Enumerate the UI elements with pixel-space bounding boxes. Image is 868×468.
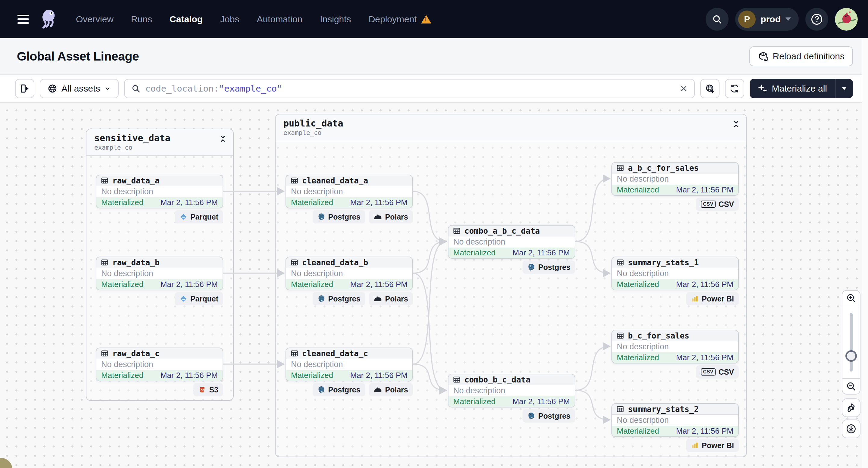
postgres-icon — [527, 263, 535, 271]
asset-node-b_c_for_sales[interactable]: b_c_for_sales No description Materialize… — [611, 330, 739, 364]
zoom-out-icon[interactable] — [842, 378, 860, 394]
kind-badge-power-bi[interactable]: Power BI — [686, 439, 739, 452]
kind-badges-a_b_c_for_sales: CSVCSV — [611, 197, 739, 211]
edge-cleaned_data_b-to-combo_b_c_data — [413, 273, 446, 390]
asset-description: No description — [612, 341, 738, 352]
asset-node-combo_a_b_c_data[interactable]: combo_a_b_c_data No description Material… — [448, 225, 575, 259]
asset-node-summary_stats_2[interactable]: summary_stats_2 No description Materiali… — [611, 403, 739, 437]
refresh-icon[interactable] — [725, 79, 744, 98]
asset-name: raw_data_a — [112, 176, 160, 185]
kind-badge-postgres[interactable]: Postgres — [313, 383, 365, 396]
kind-badge-parquet[interactable]: Parquet — [175, 292, 223, 305]
nav-item-automation[interactable]: Automation — [257, 14, 302, 24]
zoom-in-icon[interactable] — [842, 291, 860, 306]
dagster-logo[interactable] — [40, 7, 60, 31]
kind-badge-polars[interactable]: Polars — [369, 292, 413, 305]
kind-badge-csv[interactable]: CSVCSV — [696, 365, 739, 379]
nav-item-insights[interactable]: Insights — [320, 14, 351, 24]
deployment-switcher[interactable]: P prod — [735, 8, 799, 31]
kind-label: Parquet — [190, 294, 218, 303]
search-query-value: "example_co" — [219, 84, 282, 94]
table-icon — [290, 177, 299, 185]
table-icon — [616, 258, 624, 267]
kind-badge-postgres[interactable]: Postgres — [523, 260, 575, 274]
search-icon[interactable] — [706, 8, 728, 31]
kind-badge-polars[interactable]: Polars — [369, 210, 413, 223]
asset-description: No description — [96, 268, 223, 279]
kind-badge-postgres[interactable]: Postgres — [523, 409, 575, 423]
asset-name: cleaned_data_a — [302, 176, 368, 185]
asset-node-a_b_c_for_sales[interactable]: a_b_c_for_sales No description Materiali… — [611, 162, 739, 196]
materialize-options-caret[interactable] — [835, 79, 853, 98]
asset-search-input[interactable]: code_location:"example_co" — [124, 79, 694, 98]
asset-description: No description — [96, 359, 223, 370]
materialized-status: Materialized — [291, 280, 333, 289]
materialized-timestamp: Mar 2, 11:56 PM — [160, 198, 218, 207]
clear-icon[interactable] — [680, 85, 688, 92]
kind-badges-cleaned_data_c: PostgresPolars — [285, 383, 413, 396]
menu-icon[interactable] — [18, 15, 29, 24]
settings-gear-icon[interactable] — [842, 399, 861, 417]
kind-badge-power-bi[interactable]: Power BI — [686, 292, 739, 305]
asset-description: No description — [286, 268, 412, 279]
asset-name: b_c_for_sales — [628, 331, 689, 340]
download-icon[interactable] — [842, 419, 861, 438]
nav-item-catalog[interactable]: Catalog — [169, 14, 203, 24]
kind-badge-parquet[interactable]: Parquet — [175, 210, 223, 223]
asset-node-combo_b_c_data[interactable]: combo_b_c_data No description Materializ… — [448, 374, 575, 407]
nav-item-deployment[interactable]: Deployment — [369, 14, 431, 24]
materialized-timestamp: Mar 2, 11:56 PM — [676, 185, 733, 194]
nav-item-jobs[interactable]: Jobs — [220, 14, 239, 24]
materialized-status: Materialized — [617, 427, 659, 436]
zoom-slider-track[interactable] — [849, 313, 852, 372]
kind-badges-cleaned_data_b: PostgresPolars — [285, 292, 413, 305]
scrollbar[interactable] — [862, 38, 868, 468]
nav-item-overview[interactable]: Overview — [76, 14, 114, 24]
asset-description: No description — [448, 237, 575, 248]
asset-node-raw_data_c[interactable]: raw_data_c No description Materialized M… — [96, 347, 223, 381]
power-bi-icon — [691, 441, 699, 449]
edge-combo_a_b_c_data-to-a_b_c_for_sales — [575, 179, 610, 242]
kind-badge-csv[interactable]: CSVCSV — [696, 197, 739, 211]
user-avatar[interactable] — [835, 8, 858, 31]
help-icon[interactable] — [805, 8, 828, 31]
asset-node-cleaned_data_c[interactable]: cleaned_data_c No description Materializ… — [285, 347, 413, 381]
panel-toggle-icon[interactable] — [15, 79, 34, 98]
polars-icon — [374, 387, 382, 393]
materialize-all-button[interactable]: Materialize all — [750, 79, 853, 98]
kind-label: Power BI — [702, 441, 734, 450]
asset-name: cleaned_data_b — [302, 258, 368, 267]
reload-definitions-button[interactable]: Reload definitions — [749, 46, 853, 66]
table-icon — [290, 258, 299, 267]
materialized-status: Materialized — [617, 280, 659, 289]
asset-lineage-canvas[interactable]: sensitive_data example_co public_data ex… — [0, 103, 868, 468]
materialized-status: Materialized — [617, 185, 659, 194]
kind-badges-b_c_for_sales: CSVCSV — [611, 365, 739, 379]
search-icon — [131, 84, 141, 93]
kind-badges-combo_b_c_data: Postgres — [448, 409, 575, 423]
materialized-status: Materialized — [101, 280, 143, 289]
asset-description: No description — [612, 268, 738, 279]
asset-node-raw_data_b[interactable]: raw_data_b No description Materialized M… — [96, 257, 223, 290]
kind-badge-polars[interactable]: Polars — [369, 383, 413, 396]
asset-node-summary_stats_1[interactable]: summary_stats_1 No description Materiali… — [611, 257, 739, 290]
globe-add-icon[interactable] — [700, 79, 719, 98]
kind-label: Polars — [385, 213, 408, 221]
materialized-timestamp: Mar 2, 11:56 PM — [160, 371, 218, 380]
asset-node-cleaned_data_a[interactable]: cleaned_data_a No description Materializ… — [285, 175, 413, 209]
asset-name: combo_a_b_c_data — [464, 226, 540, 236]
s3-icon — [198, 386, 206, 394]
kind-badge-s3[interactable]: S3 — [193, 383, 223, 396]
materialized-timestamp: Mar 2, 11:56 PM — [350, 280, 407, 289]
search-query-prefix: code_location: — [145, 84, 219, 94]
asset-scope-dropdown[interactable]: All assets — [40, 79, 119, 98]
kind-badge-postgres[interactable]: Postgres — [313, 292, 365, 305]
zoom-slider-handle[interactable] — [845, 350, 857, 362]
materialized-timestamp: Mar 2, 11:56 PM — [513, 397, 570, 406]
kind-badge-postgres[interactable]: Postgres — [313, 210, 365, 223]
nav-item-runs[interactable]: Runs — [131, 14, 152, 24]
asset-node-cleaned_data_b[interactable]: cleaned_data_b No description Materializ… — [285, 257, 413, 290]
kind-badges-cleaned_data_a: PostgresPolars — [285, 210, 413, 223]
postgres-icon — [317, 295, 325, 303]
asset-node-raw_data_a[interactable]: raw_data_a No description Materialized M… — [96, 175, 223, 209]
